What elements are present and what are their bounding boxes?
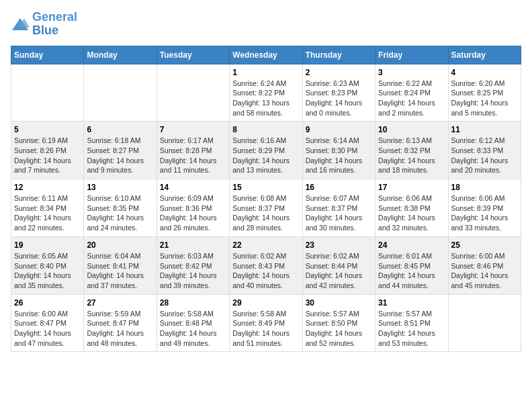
- day-number: 11: [451, 125, 518, 134]
- weekday-header-saturday: Saturday: [448, 46, 521, 64]
- day-info: Sunrise: 6:08 AMSunset: 8:37 PMDaylight:…: [232, 193, 299, 233]
- calendar-cell: 7Sunrise: 6:17 AMSunset: 8:28 PMDaylight…: [157, 122, 229, 179]
- day-number: 20: [87, 240, 153, 250]
- day-info: Sunrise: 6:22 AMSunset: 8:24 PMDaylight:…: [378, 79, 445, 118]
- day-number: 27: [87, 298, 153, 308]
- calendar-cell: 10Sunrise: 6:13 AMSunset: 8:32 PMDayligh…: [375, 122, 448, 179]
- calendar-week-row: 19Sunrise: 6:05 AMSunset: 8:40 PMDayligh…: [11, 236, 521, 294]
- calendar-cell: 1Sunrise: 6:24 AMSunset: 8:22 PMDaylight…: [230, 64, 302, 122]
- day-number: 13: [87, 183, 153, 192]
- weekday-header-row: SundayMondayTuesdayWednesdayThursdayFrid…: [11, 46, 521, 64]
- day-number: 12: [14, 183, 81, 192]
- day-number: 1: [232, 68, 299, 77]
- day-number: 5: [14, 125, 81, 134]
- day-info: Sunrise: 6:00 AMSunset: 8:47 PMDaylight:…: [14, 309, 81, 349]
- day-number: 8: [232, 125, 299, 134]
- day-number: 31: [378, 298, 445, 308]
- calendar-week-row: 5Sunrise: 6:19 AMSunset: 8:26 PMDaylight…: [11, 122, 521, 179]
- calendar-cell: 29Sunrise: 5:58 AMSunset: 8:49 PMDayligh…: [230, 294, 302, 352]
- logo: General Blue: [11, 11, 77, 38]
- calendar-cell: 23Sunrise: 6:02 AMSunset: 8:44 PMDayligh…: [302, 236, 375, 294]
- calendar-table: SundayMondayTuesdayWednesdayThursdayFrid…: [11, 46, 521, 353]
- calendar-cell: 26Sunrise: 6:00 AMSunset: 8:47 PMDayligh…: [11, 294, 84, 352]
- calendar-week-row: 26Sunrise: 6:00 AMSunset: 8:47 PMDayligh…: [11, 294, 521, 352]
- day-number: 26: [14, 298, 81, 308]
- day-number: 17: [378, 183, 445, 192]
- weekday-header-monday: Monday: [84, 46, 157, 64]
- day-info: Sunrise: 5:57 AMSunset: 8:51 PMDaylight:…: [378, 309, 445, 349]
- calendar-cell: 24Sunrise: 6:01 AMSunset: 8:45 PMDayligh…: [375, 236, 448, 294]
- day-info: Sunrise: 6:16 AMSunset: 8:29 PMDaylight:…: [232, 136, 299, 175]
- calendar-cell: 3Sunrise: 6:22 AMSunset: 8:24 PMDaylight…: [375, 64, 448, 122]
- day-info: Sunrise: 6:06 AMSunset: 8:38 PMDaylight:…: [378, 193, 445, 233]
- day-number: 2: [306, 68, 372, 77]
- calendar-cell: [84, 64, 157, 122]
- day-number: 23: [306, 240, 372, 250]
- day-info: Sunrise: 6:01 AMSunset: 8:45 PMDaylight:…: [378, 251, 445, 291]
- day-info: Sunrise: 5:57 AMSunset: 8:50 PMDaylight:…: [306, 309, 372, 349]
- day-number: 29: [232, 298, 299, 308]
- day-number: 28: [160, 298, 226, 308]
- calendar-cell: 9Sunrise: 6:14 AMSunset: 8:30 PMDaylight…: [302, 122, 375, 179]
- day-info: Sunrise: 6:10 AMSunset: 8:35 PMDaylight:…: [87, 193, 153, 233]
- day-number: 15: [232, 183, 299, 192]
- calendar-cell: 6Sunrise: 6:18 AMSunset: 8:27 PMDaylight…: [84, 122, 157, 179]
- day-info: Sunrise: 6:04 AMSunset: 8:41 PMDaylight:…: [87, 251, 153, 291]
- day-info: Sunrise: 5:59 AMSunset: 8:47 PMDaylight:…: [87, 309, 153, 349]
- day-info: Sunrise: 6:24 AMSunset: 8:22 PMDaylight:…: [232, 79, 299, 118]
- day-info: Sunrise: 6:07 AMSunset: 8:37 PMDaylight:…: [306, 193, 372, 233]
- calendar-cell: 13Sunrise: 6:10 AMSunset: 8:35 PMDayligh…: [84, 179, 157, 237]
- calendar-cell: 27Sunrise: 5:59 AMSunset: 8:47 PMDayligh…: [84, 294, 157, 352]
- day-number: 6: [87, 125, 153, 134]
- calendar-cell: 20Sunrise: 6:04 AMSunset: 8:41 PMDayligh…: [84, 236, 157, 294]
- day-info: Sunrise: 6:17 AMSunset: 8:28 PMDaylight:…: [160, 136, 226, 175]
- day-info: Sunrise: 6:20 AMSunset: 8:25 PMDaylight:…: [451, 79, 518, 118]
- day-info: Sunrise: 6:14 AMSunset: 8:30 PMDaylight:…: [306, 136, 372, 175]
- calendar-cell: 31Sunrise: 5:57 AMSunset: 8:51 PMDayligh…: [375, 294, 448, 352]
- weekday-header-friday: Friday: [375, 46, 448, 64]
- day-info: Sunrise: 6:05 AMSunset: 8:40 PMDaylight:…: [14, 251, 81, 291]
- day-number: 14: [160, 183, 226, 192]
- logo-icon: [11, 17, 30, 32]
- day-info: Sunrise: 6:13 AMSunset: 8:32 PMDaylight:…: [378, 136, 445, 175]
- calendar-cell: 4Sunrise: 6:20 AMSunset: 8:25 PMDaylight…: [448, 64, 521, 122]
- logo-text: General Blue: [32, 11, 77, 38]
- calendar-cell: 8Sunrise: 6:16 AMSunset: 8:29 PMDaylight…: [230, 122, 302, 179]
- calendar-cell: [11, 64, 84, 122]
- day-number: 4: [451, 68, 518, 77]
- day-info: Sunrise: 5:58 AMSunset: 8:48 PMDaylight:…: [160, 309, 226, 349]
- day-info: Sunrise: 6:23 AMSunset: 8:23 PMDaylight:…: [306, 79, 372, 118]
- day-number: 18: [451, 183, 518, 192]
- day-number: 10: [378, 125, 445, 134]
- day-number: 16: [306, 183, 372, 192]
- day-info: Sunrise: 6:06 AMSunset: 8:39 PMDaylight:…: [451, 193, 518, 233]
- calendar-cell: 21Sunrise: 6:03 AMSunset: 8:42 PMDayligh…: [157, 236, 229, 294]
- day-info: Sunrise: 6:11 AMSunset: 8:34 PMDaylight:…: [14, 193, 81, 233]
- day-number: 19: [14, 240, 81, 250]
- calendar-cell: [448, 294, 521, 352]
- weekday-header-thursday: Thursday: [302, 46, 375, 64]
- calendar-week-row: 12Sunrise: 6:11 AMSunset: 8:34 PMDayligh…: [11, 179, 521, 237]
- day-number: 22: [232, 240, 299, 250]
- day-number: 3: [378, 68, 445, 77]
- day-number: 21: [160, 240, 226, 250]
- day-info: Sunrise: 6:18 AMSunset: 8:27 PMDaylight:…: [87, 136, 153, 175]
- weekday-header-tuesday: Tuesday: [157, 46, 229, 64]
- calendar-cell: 5Sunrise: 6:19 AMSunset: 8:26 PMDaylight…: [11, 122, 84, 179]
- calendar-cell: 16Sunrise: 6:07 AMSunset: 8:37 PMDayligh…: [302, 179, 375, 237]
- calendar-cell: [157, 64, 229, 122]
- calendar-week-row: 1Sunrise: 6:24 AMSunset: 8:22 PMDaylight…: [11, 64, 521, 122]
- day-number: 7: [160, 125, 226, 134]
- weekday-header-wednesday: Wednesday: [230, 46, 302, 64]
- day-info: Sunrise: 6:19 AMSunset: 8:26 PMDaylight:…: [14, 136, 81, 175]
- calendar-cell: 28Sunrise: 5:58 AMSunset: 8:48 PMDayligh…: [157, 294, 229, 352]
- day-info: Sunrise: 6:02 AMSunset: 8:43 PMDaylight:…: [232, 251, 299, 291]
- day-info: Sunrise: 6:03 AMSunset: 8:42 PMDaylight:…: [160, 251, 226, 291]
- day-number: 9: [306, 125, 372, 134]
- calendar-cell: 25Sunrise: 6:00 AMSunset: 8:46 PMDayligh…: [448, 236, 521, 294]
- calendar-cell: 12Sunrise: 6:11 AMSunset: 8:34 PMDayligh…: [11, 179, 84, 237]
- day-number: 30: [306, 298, 372, 308]
- calendar-cell: 11Sunrise: 6:12 AMSunset: 8:33 PMDayligh…: [448, 122, 521, 179]
- day-info: Sunrise: 6:12 AMSunset: 8:33 PMDaylight:…: [451, 136, 518, 175]
- calendar-cell: 19Sunrise: 6:05 AMSunset: 8:40 PMDayligh…: [11, 236, 84, 294]
